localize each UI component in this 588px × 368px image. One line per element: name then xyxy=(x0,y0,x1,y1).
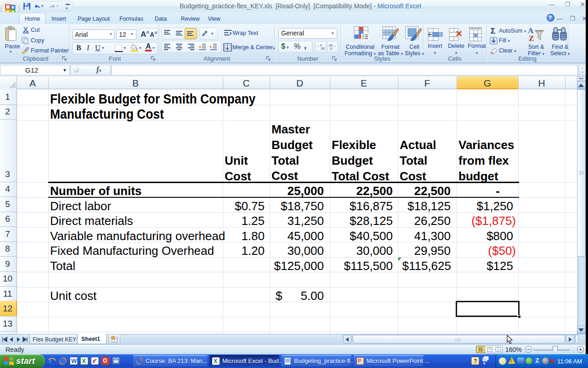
svg-text:Z: Z xyxy=(529,34,534,42)
svg-text:.0: .0 xyxy=(329,47,332,50)
svg-text:→: → xyxy=(333,44,336,48)
svg-text:.0: .0 xyxy=(319,44,322,47)
svg-text:a: a xyxy=(226,45,229,50)
svg-text:.00: .00 xyxy=(320,47,325,50)
svg-text:.00: .00 xyxy=(328,44,333,47)
